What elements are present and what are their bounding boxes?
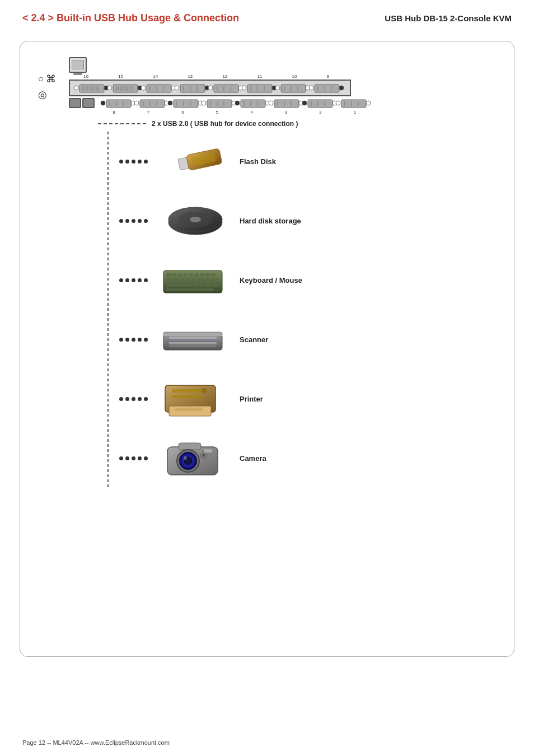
svg-rect-131 xyxy=(204,278,209,282)
svg-point-57 xyxy=(339,86,344,90)
left-symbols: ○ ⌘ ◎ xyxy=(38,73,56,101)
device-row-printer: Printer xyxy=(97,369,502,428)
svg-point-22 xyxy=(141,86,146,90)
printer-image xyxy=(159,379,226,418)
dot xyxy=(125,338,129,342)
svg-rect-121 xyxy=(194,273,199,277)
svg-rect-132 xyxy=(210,278,218,282)
svg-rect-41 xyxy=(247,85,272,92)
svg-point-52 xyxy=(309,86,313,90)
svg-rect-152 xyxy=(179,443,201,450)
svg-rect-140 xyxy=(163,332,222,337)
hard-disk-label: Hard disk storage xyxy=(240,217,301,225)
svg-rect-101 xyxy=(341,100,366,108)
svg-point-158 xyxy=(202,454,205,457)
svg-rect-125 xyxy=(166,278,172,282)
svg-point-114 xyxy=(190,217,201,222)
svg-rect-119 xyxy=(183,273,188,277)
printer-dashes xyxy=(119,397,148,401)
dot xyxy=(119,278,123,282)
dot xyxy=(132,278,135,282)
flash-disk-dashes xyxy=(119,160,148,164)
svg-rect-143 xyxy=(169,342,217,344)
svg-rect-138 xyxy=(166,288,214,291)
top-port-numbers: 16 15 14 13 12 11 10 9 xyxy=(69,74,344,79)
svg-point-64 xyxy=(134,101,139,105)
svg-point-100 xyxy=(336,101,340,105)
scanner-svg xyxy=(161,324,225,355)
keyboard-image xyxy=(159,260,226,300)
svg-rect-126 xyxy=(174,278,178,282)
printer-svg xyxy=(161,381,225,417)
dot xyxy=(138,456,142,460)
bottom-port-numbers: 8 7 6 5 4 3 2 1 xyxy=(97,110,372,115)
dot xyxy=(138,397,142,401)
svg-point-88 xyxy=(269,101,273,105)
svg-rect-116 xyxy=(166,273,171,277)
svg-point-156 xyxy=(184,456,187,460)
bottom-ports-row xyxy=(69,97,374,109)
printer-label: Printer xyxy=(240,395,263,403)
svg-rect-137 xyxy=(212,283,218,287)
svg-rect-123 xyxy=(205,273,210,277)
keyboard-svg xyxy=(161,265,225,296)
svg-rect-122 xyxy=(200,273,204,277)
svg-rect-135 xyxy=(199,283,204,287)
keyboard-dashes xyxy=(119,278,148,282)
svg-rect-148 xyxy=(172,395,203,398)
svg-point-58 xyxy=(101,101,105,105)
svg-rect-83 xyxy=(241,100,265,108)
device-row-scanner: Scanner xyxy=(97,310,502,369)
dot xyxy=(119,160,123,164)
hard-disk-svg xyxy=(162,203,223,239)
svg-point-28 xyxy=(175,86,179,90)
dot xyxy=(144,278,148,282)
svg-rect-65 xyxy=(140,100,165,108)
svg-rect-35 xyxy=(214,85,238,92)
dot xyxy=(144,397,148,401)
device-row-flash-disk: Flash Disk xyxy=(97,132,502,191)
target-symbol-row: ◎ xyxy=(38,88,56,101)
scanner-label: Scanner xyxy=(240,335,268,344)
product-title: USB Hub DB-15 2-Console KVM xyxy=(385,13,512,23)
scanner-image xyxy=(159,320,226,359)
svg-point-82 xyxy=(235,101,240,105)
dot xyxy=(125,278,129,282)
svg-rect-142 xyxy=(169,340,217,341)
svg-point-70 xyxy=(168,101,172,105)
flash-disk-image xyxy=(159,142,226,181)
main-content-box: ○ ⌘ ◎ 16 15 14 13 12 11 xyxy=(20,41,514,657)
svg-point-46 xyxy=(275,86,280,90)
svg-rect-89 xyxy=(274,100,299,108)
dot xyxy=(138,278,142,282)
dot xyxy=(138,219,142,223)
dot xyxy=(132,160,135,164)
svg-point-94 xyxy=(302,101,307,105)
hub-label: 2 x USB 2.0 ( USB hub for device connect… xyxy=(152,120,298,128)
svg-rect-130 xyxy=(198,278,203,282)
dot xyxy=(119,456,123,460)
top-ports-panel xyxy=(69,80,351,96)
svg-rect-117 xyxy=(172,273,176,277)
dot xyxy=(119,219,123,223)
dot xyxy=(138,160,142,164)
svg-rect-141 xyxy=(169,337,217,339)
svg-rect-147 xyxy=(172,389,203,393)
dot xyxy=(144,456,148,460)
dot xyxy=(125,219,129,223)
footer-text: Page 12 -- ML44V02A -- www.EclipseRackmo… xyxy=(22,739,170,746)
dot xyxy=(132,219,135,223)
svg-point-40 xyxy=(242,86,246,90)
svg-rect-159 xyxy=(204,449,213,453)
device-section: Flash Disk xyxy=(97,132,502,488)
hub-connector: 2 x USB 2.0 ( USB hub for device connect… xyxy=(97,118,502,129)
device-row-keyboard: Keyboard / Mouse xyxy=(97,250,502,310)
dot xyxy=(144,219,148,223)
device-row-camera: Camera xyxy=(97,428,502,488)
camera-dashes xyxy=(119,456,148,460)
svg-rect-29 xyxy=(180,85,205,92)
usb-hub-port-1 xyxy=(69,98,81,108)
svg-rect-77 xyxy=(207,100,232,108)
svg-rect-71 xyxy=(174,100,198,108)
flash-disk-svg xyxy=(162,146,223,177)
